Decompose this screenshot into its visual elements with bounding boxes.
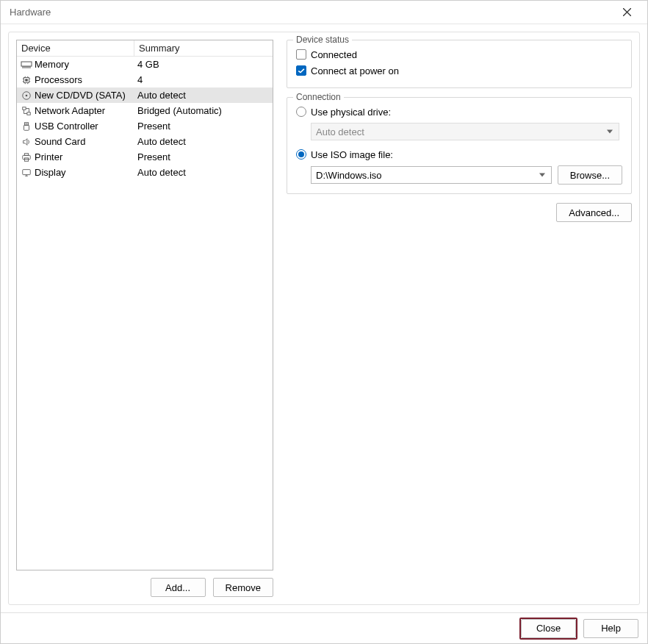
connect-poweron-label: Connect at power on (311, 65, 399, 76)
device-summary: 4 GB (134, 59, 273, 70)
device-name: Sound Card (35, 136, 134, 147)
browse-button[interactable]: Browse... (558, 165, 622, 185)
iso-indent: D:\Windows.iso Browse... (311, 165, 622, 185)
display-icon (20, 167, 33, 179)
add-button[interactable]: Add... (151, 578, 206, 597)
device-summary: Bridged (Automatic) (134, 105, 273, 116)
advanced-row: Advanced... (287, 203, 632, 222)
device-name: USB Controller (35, 121, 134, 132)
svg-rect-21 (23, 107, 26, 110)
physical-drive-combo[interactable]: Auto detect (311, 123, 619, 140)
left-column: Device Summary Memory4 GBProcessors4New … (16, 40, 273, 597)
device-name: Network Adapter (35, 105, 134, 116)
iso-path-combo[interactable]: D:\Windows.iso (311, 166, 552, 184)
svg-rect-22 (27, 112, 30, 115)
physical-drive-label: Use physical drive: (311, 107, 391, 118)
connected-checkbox[interactable] (296, 49, 306, 60)
main-panel: Device Summary Memory4 GBProcessors4New … (8, 32, 640, 605)
device-summary: Auto detect (134, 136, 273, 147)
svg-rect-2 (21, 62, 32, 66)
svg-rect-10 (25, 79, 28, 82)
device-row[interactable]: PrinterPresent (17, 149, 273, 165)
physical-drive-radio[interactable] (296, 107, 306, 117)
device-list-header: Device Summary (17, 40, 273, 57)
device-status-legend: Device status (293, 35, 352, 45)
svg-rect-23 (24, 122, 28, 125)
connect-poweron-row: Connect at power on (296, 62, 622, 79)
device-row[interactable]: Sound CardAuto detect (17, 134, 273, 149)
device-name: Memory (35, 59, 134, 70)
device-name: New CD/DVD (SATA) (35, 90, 134, 101)
device-row[interactable]: Processors4 (17, 72, 273, 87)
svg-point-20 (26, 94, 28, 96)
cpu-icon (20, 74, 33, 86)
device-row[interactable]: DisplayAuto detect (17, 165, 273, 180)
device-name: Display (35, 167, 134, 178)
hardware-dialog: Hardware Device Summary Memory4 GBProces… (0, 0, 648, 644)
iso-label: Use ISO image file: (311, 149, 393, 160)
advanced-button[interactable]: Advanced... (556, 203, 632, 222)
close-button-highlight: Close (519, 618, 577, 640)
device-summary: 4 (134, 74, 273, 85)
close-icon[interactable] (615, 1, 638, 24)
dialog-body: Device Summary Memory4 GBProcessors4New … (1, 24, 647, 612)
help-button[interactable]: Help (583, 619, 638, 638)
svg-rect-30 (23, 169, 31, 174)
physical-drive-value: Auto detect (316, 126, 364, 137)
device-name: Processors (35, 74, 134, 85)
device-list-body: Memory4 GBProcessors4New CD/DVD (SATA)Au… (17, 57, 273, 180)
device-list[interactable]: Device Summary Memory4 GBProcessors4New … (16, 40, 273, 570)
dialog-footer: Close Help (1, 612, 647, 643)
svg-rect-28 (23, 155, 31, 159)
device-summary: Auto detect (134, 167, 273, 178)
connection-group: Connection Use physical drive: Auto dete… (287, 97, 632, 194)
iso-row: Use ISO image file: (296, 146, 622, 162)
usb-icon (20, 121, 33, 132)
svg-rect-24 (24, 125, 29, 130)
connect-poweron-checkbox[interactable] (296, 65, 306, 76)
device-summary: Present (134, 121, 273, 132)
connected-row: Connected (296, 46, 622, 62)
memory-icon (20, 59, 33, 71)
device-row[interactable]: Memory4 GB (17, 57, 273, 72)
connected-label: Connected (311, 49, 357, 60)
window-title: Hardware (10, 7, 615, 18)
right-column: Device status Connected Connect at power… (287, 40, 632, 597)
device-status-group: Device status Connected Connect at power… (287, 40, 632, 88)
physical-drive-indent: Auto detect (311, 123, 622, 140)
printer-icon (20, 151, 33, 163)
device-list-buttons: Add... Remove (16, 578, 273, 597)
sound-icon (20, 136, 33, 148)
column-device[interactable]: Device (17, 40, 134, 56)
device-row[interactable]: USB ControllerPresent (17, 118, 273, 134)
disc-icon (20, 90, 33, 101)
connection-legend: Connection (293, 92, 344, 102)
titlebar: Hardware (1, 1, 647, 24)
network-icon (20, 105, 33, 117)
close-button[interactable]: Close (521, 619, 576, 638)
remove-button[interactable]: Remove (213, 578, 273, 597)
device-name: Printer (35, 151, 134, 162)
iso-radio[interactable] (296, 149, 306, 160)
device-row[interactable]: Network AdapterBridged (Automatic) (17, 103, 273, 118)
iso-path-value: D:\Windows.iso (316, 170, 382, 181)
physical-drive-row: Use physical drive: (296, 104, 622, 120)
device-row[interactable]: New CD/DVD (SATA)Auto detect (17, 87, 273, 103)
column-summary[interactable]: Summary (134, 40, 273, 56)
device-summary: Auto detect (134, 90, 273, 101)
device-summary: Present (134, 151, 273, 162)
